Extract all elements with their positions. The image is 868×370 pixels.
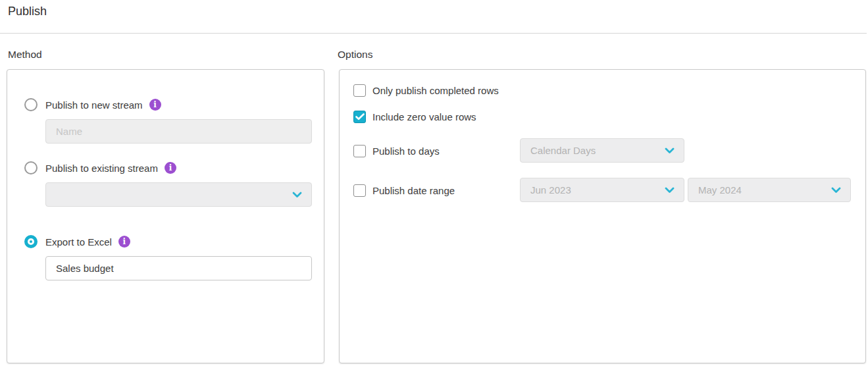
method-section-heading: Method [8, 49, 42, 61]
date-from-dropdown-value: Jun 2023 [530, 184, 659, 196]
calendar-days-dropdown-value: Calendar Days [530, 145, 659, 156]
publish-new-stream-label: Publish to new stream [45, 99, 143, 111]
options-panel: Only publish completed rows Include zero… [339, 69, 866, 363]
radio-row-existing-stream: Publish to existing stream i [24, 161, 176, 174]
new-stream-name-input[interactable] [45, 119, 312, 144]
excel-filename-input[interactable] [45, 256, 312, 280]
header-divider [0, 33, 867, 34]
radio-row-new-stream: Publish to new stream i [24, 98, 161, 111]
date-from-dropdown[interactable]: Jun 2023 [520, 178, 684, 202]
publish-to-days-label: Publish to days [372, 145, 440, 157]
checkbox-row-publish-days: Publish to days [353, 145, 440, 157]
checkbox-row-completed: Only publish completed rows [353, 84, 499, 97]
calendar-days-dropdown[interactable]: Calendar Days [520, 138, 684, 163]
method-panel: Publish to new stream i Publish to exist… [7, 69, 324, 363]
info-icon[interactable]: i [149, 99, 161, 111]
publish-existing-stream-radio[interactable] [24, 161, 38, 174]
chevron-down-icon [831, 187, 841, 194]
only-completed-rows-label: Only publish completed rows [372, 85, 499, 96]
publish-date-range-label: Publish date range [372, 185, 455, 196]
date-to-dropdown-value: May 2024 [698, 184, 826, 196]
include-zero-rows-label: Include zero value rows [372, 111, 476, 122]
publish-to-days-checkbox[interactable] [353, 145, 366, 157]
checkbox-row-zero-value: Include zero value rows [353, 111, 476, 123]
date-to-dropdown[interactable]: May 2024 [688, 178, 851, 202]
export-excel-radio[interactable] [24, 235, 38, 248]
existing-stream-dropdown[interactable] [45, 182, 312, 207]
options-section-heading: Options [338, 49, 372, 61]
only-completed-rows-checkbox[interactable] [353, 84, 366, 97]
checkbox-row-date-range: Publish date range [353, 184, 455, 197]
info-icon[interactable]: i [165, 162, 176, 174]
include-zero-rows-checkbox[interactable] [353, 111, 366, 123]
chevron-down-icon [292, 192, 302, 198]
publish-new-stream-radio[interactable] [24, 98, 38, 111]
page-title: Publish [8, 5, 47, 18]
chevron-down-icon [665, 147, 675, 154]
chevron-down-icon [665, 187, 675, 194]
publish-existing-stream-label: Publish to existing stream [45, 163, 158, 174]
export-excel-label: Export to Excel [45, 236, 112, 248]
info-icon[interactable]: i [118, 236, 130, 248]
publish-date-range-checkbox[interactable] [353, 184, 366, 197]
radio-row-export-excel: Export to Excel i [24, 235, 130, 248]
